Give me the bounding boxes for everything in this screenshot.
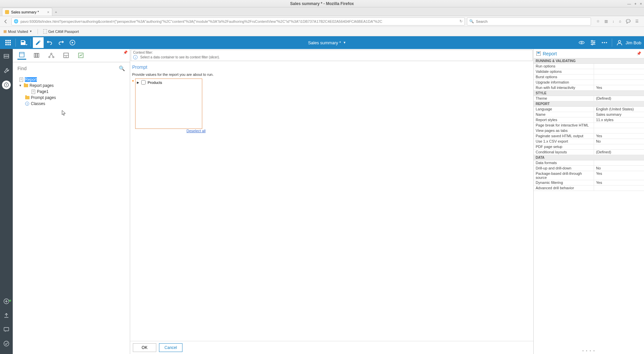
rail-explore-button[interactable] xyxy=(2,81,11,89)
bookmark-most-visited[interactable]: ▦ Most Visited ▼ xyxy=(3,29,32,34)
separator xyxy=(612,39,612,47)
minimize-icon[interactable]: — xyxy=(627,2,631,6)
tree-node-page1[interactable]: Page1 xyxy=(15,89,127,95)
tab-queries[interactable] xyxy=(76,51,85,60)
eye-icon xyxy=(579,40,585,46)
filters-button[interactable] xyxy=(588,37,598,48)
collapse-icon[interactable]: ▼ xyxy=(19,84,22,87)
resize-handle-icon[interactable]: • • • • xyxy=(534,347,644,354)
close-window-icon[interactable]: × xyxy=(640,2,642,6)
rail-data-button[interactable] xyxy=(2,52,11,61)
prompt-title: Prompt xyxy=(132,64,531,70)
document-title-area[interactable]: Sales summary * ▼ xyxy=(78,40,576,45)
ok-button[interactable]: OK xyxy=(133,343,156,352)
tree-node-report-pages[interactable]: ▼ Report pages xyxy=(15,83,127,89)
property-row[interactable]: Page break for interactive HTML xyxy=(534,123,644,128)
tab-layout[interactable] xyxy=(62,51,70,60)
browser-tab[interactable]: Sales summary * × xyxy=(2,8,52,16)
back-button[interactable] xyxy=(2,18,9,25)
property-row[interactable]: Drill-up and drill-downNo xyxy=(534,166,644,171)
pin-icon[interactable]: 📌 xyxy=(637,51,641,56)
undo-button[interactable] xyxy=(44,37,55,48)
property-row[interactable]: PDF page setup xyxy=(534,144,644,150)
prompt-item-products[interactable]: ▶ Products xyxy=(137,80,201,85)
run-button[interactable] xyxy=(67,37,78,48)
property-row[interactable]: Upgrade information xyxy=(534,80,644,85)
save-button[interactable] xyxy=(18,37,29,48)
property-row[interactable]: Paginate saved HTML outputYes xyxy=(534,134,644,139)
svg-rect-1 xyxy=(7,40,9,41)
property-row[interactable]: Dynamic filteringYes xyxy=(534,180,644,186)
deselect-all-link[interactable]: Deselect all xyxy=(186,129,206,133)
tree-label: Page1 xyxy=(37,89,49,94)
property-row[interactable]: View pages as tabs xyxy=(534,128,644,134)
preview-button[interactable] xyxy=(576,37,587,48)
home-icon[interactable]: ⌂ xyxy=(619,19,621,23)
tab-close-icon[interactable]: × xyxy=(47,10,49,14)
property-row[interactable]: NameSales summary xyxy=(534,112,644,117)
search-icon[interactable]: 🔍 xyxy=(119,65,125,71)
rail-chat-button[interactable] xyxy=(2,325,11,334)
bookmark-star-icon[interactable]: ☆ xyxy=(596,19,600,23)
property-value: (Defined) xyxy=(594,150,644,155)
prompt-tree-box[interactable]: ▶ Products xyxy=(135,79,202,129)
chat-icon[interactable]: 💬 xyxy=(626,19,631,23)
downloads-icon[interactable]: ↓ xyxy=(612,19,614,23)
svg-rect-31 xyxy=(38,53,39,57)
wrench-icon xyxy=(3,68,9,74)
property-row[interactable]: Run options xyxy=(534,64,644,69)
property-row[interactable]: Conditional layouts(Defined) xyxy=(534,150,644,155)
property-row[interactable]: Burst options xyxy=(534,74,644,80)
property-row[interactable]: Advanced drill behavior xyxy=(534,186,644,191)
redo-button[interactable] xyxy=(56,37,66,48)
property-value xyxy=(594,186,644,191)
expand-icon[interactable]: ▶ xyxy=(137,81,139,84)
property-row[interactable]: Use 1.x CSV exportNo xyxy=(534,139,644,144)
apps-grid-button[interactable] xyxy=(3,37,13,48)
tab-page-view[interactable] xyxy=(17,51,26,60)
rail-upload-button[interactable] xyxy=(2,311,11,320)
svg-rect-21 xyxy=(4,54,9,56)
find-input[interactable] xyxy=(17,66,119,71)
bookmark-get-cam[interactable]: Get CAM Passport xyxy=(43,29,79,34)
tree-label: Report xyxy=(25,77,37,82)
property-value: No xyxy=(594,139,644,144)
tree-node-classes[interactable]: i Classes xyxy=(15,101,127,107)
property-row[interactable]: Report styles11.x styles xyxy=(534,117,644,123)
reload-icon[interactable]: ↻ xyxy=(460,19,463,23)
library-icon[interactable]: ▥ xyxy=(604,19,608,23)
more-button[interactable] xyxy=(599,37,610,48)
rail-check-button[interactable] xyxy=(2,339,11,348)
property-row[interactable]: Package-based drill-through sourceYes xyxy=(534,171,644,180)
cursor-icon xyxy=(62,110,66,116)
svg-point-33 xyxy=(51,53,52,54)
property-row[interactable]: Validate options xyxy=(534,69,644,74)
property-label: Run options xyxy=(534,64,594,69)
maximize-icon[interactable]: + xyxy=(634,2,636,6)
new-tab-button[interactable]: + xyxy=(52,8,60,16)
columns-icon xyxy=(34,52,40,58)
cancel-button[interactable]: Cancel xyxy=(159,343,182,352)
browser-search-box[interactable]: 🔍 xyxy=(467,17,591,26)
bookmark-label: Most Visited xyxy=(8,30,28,34)
tree-node-report[interactable]: Report xyxy=(15,77,127,83)
rail-add-button[interactable] xyxy=(2,297,11,306)
tab-variables[interactable] xyxy=(47,51,56,60)
svg-point-26 xyxy=(4,341,9,346)
property-row[interactable]: LanguageEnglish (United States) xyxy=(534,107,644,112)
tab-columns[interactable] xyxy=(32,51,41,60)
property-label: Upgrade information xyxy=(534,80,594,85)
user-menu[interactable]: Jim Bob xyxy=(614,39,641,46)
products-checkbox[interactable] xyxy=(141,80,146,85)
property-row[interactable]: Run with full interactivityYes xyxy=(534,85,644,91)
menu-icon[interactable]: ☰ xyxy=(635,19,639,23)
svg-point-20 xyxy=(619,41,621,43)
rail-tools-button[interactable] xyxy=(2,66,11,75)
edit-mode-button[interactable] xyxy=(33,37,44,48)
tree-node-prompt-pages[interactable]: Prompt pages xyxy=(15,95,127,101)
property-row[interactable]: Theme(Defined) xyxy=(534,96,644,101)
url-bar[interactable]: 🌐 pavo:9300/bi/index.html?perspective=au… xyxy=(11,17,465,26)
property-row[interactable]: Data formats xyxy=(534,160,644,166)
browser-search-input[interactable] xyxy=(476,19,589,23)
pin-icon[interactable]: 📌 xyxy=(123,50,128,55)
